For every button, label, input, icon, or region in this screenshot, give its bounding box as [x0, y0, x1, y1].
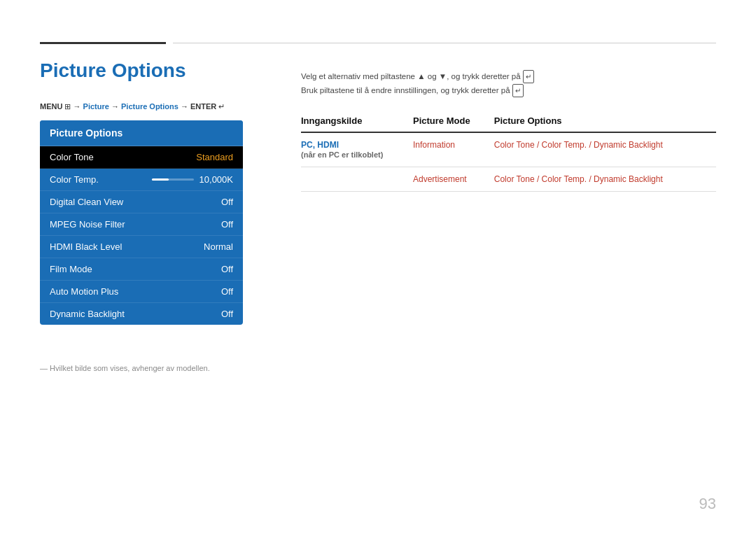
color-tone-item[interactable]: Color Tone Standard [40, 146, 243, 169]
table-cell-mode-1: Information [413, 132, 494, 167]
table-cell-source-2 [301, 167, 413, 192]
color-tone-label: Color Tone [50, 152, 94, 162]
options-box: Picture Options Color Tone Standard Colo… [40, 120, 243, 325]
table-header-row: Inngangskilde Picture Mode Picture Optio… [301, 111, 716, 132]
digital-clean-view-item[interactable]: Digital Clean View Off [40, 191, 243, 213]
table-row: PC, HDMI (når en PC er tilkoblet) Inform… [301, 132, 716, 167]
enter-icon: ↵ [218, 102, 225, 111]
enter-icon-1: ↵ [523, 70, 534, 83]
instruction-line1: Velg et alternativ med piltastene ▲ og ▼… [301, 70, 716, 84]
color-temp-right: 10,000K [152, 174, 233, 185]
source-sub-1: (når en PC er tilkoblet) [301, 150, 383, 159]
options-box-header: Picture Options [40, 120, 243, 146]
light-line [173, 43, 716, 43]
film-mode-item[interactable]: Film Mode Off [40, 258, 243, 281]
table-cell-mode-2: Advertisement [413, 167, 494, 192]
menu-breadcrumb: MENU ⊞ → Picture → Picture Options → ENT… [40, 101, 243, 112]
col-header-options: Picture Options [494, 111, 716, 132]
slider-fill [152, 178, 169, 181]
instruction-line2: Bruk piltastene til å endre innstillinge… [301, 84, 716, 98]
digital-clean-view-value: Off [221, 197, 233, 207]
left-panel: MENU ⊞ → Picture → Picture Options → ENT… [40, 101, 243, 325]
page-title: Picture Options [40, 59, 186, 82]
col-header-source: Inngangskilde [301, 111, 413, 132]
auto-motion-plus-value: Off [221, 286, 233, 297]
instructions: Velg et alternativ med piltastene ▲ og ▼… [301, 70, 716, 97]
dynamic-backlight-item[interactable]: Dynamic Backlight Off [40, 303, 243, 325]
menu-label: MENU [40, 102, 64, 111]
hdmi-black-level-item[interactable]: HDMI Black Level Normal [40, 236, 243, 258]
hdmi-black-level-value: Normal [204, 241, 233, 252]
breadcrumb-options: Picture Options [121, 102, 178, 111]
hdmi-black-level-label: HDMI Black Level [50, 241, 122, 252]
film-mode-value: Off [221, 264, 233, 274]
color-temp-label: Color Temp. [50, 174, 99, 185]
dynamic-backlight-value: Off [221, 309, 233, 319]
auto-motion-plus-label: Auto Motion Plus [50, 286, 118, 297]
table-cell-source-1: PC, HDMI (når en PC er tilkoblet) [301, 132, 413, 167]
table-row: Advertisement Color Tone / Color Temp. /… [301, 167, 716, 192]
page-number: 93 [699, 495, 716, 513]
breadcrumb-arrow3: → [181, 102, 190, 111]
breadcrumb-arrow1: → [74, 102, 83, 111]
table-cell-options-1: Color Tone / Color Temp. / Dynamic Backl… [494, 132, 716, 167]
dark-line [40, 42, 166, 44]
digital-clean-view-label: Digital Clean View [50, 197, 123, 207]
breadcrumb-picture: Picture [83, 102, 109, 111]
color-tone-value: Standard [196, 152, 233, 162]
footnote: — Hvilket bilde som vises, avhenger av m… [40, 364, 210, 372]
mpeg-noise-filter-label: MPEG Noise Filter [50, 219, 125, 230]
dynamic-backlight-label: Dynamic Backlight [50, 309, 125, 319]
enter-icon-2: ↵ [512, 84, 524, 97]
mpeg-noise-filter-item[interactable]: MPEG Noise Filter Off [40, 213, 243, 236]
mpeg-noise-filter-value: Off [221, 219, 233, 230]
col-header-mode: Picture Mode [413, 111, 494, 132]
auto-motion-plus-item[interactable]: Auto Motion Plus Off [40, 281, 243, 303]
right-panel: Velg et alternativ med piltastene ▲ og ▼… [301, 70, 716, 192]
info-table: Inngangskilde Picture Mode Picture Optio… [301, 111, 716, 192]
color-temp-slider[interactable] [152, 178, 194, 181]
source-name-1: PC, HDMI [301, 140, 339, 150]
color-temp-item[interactable]: Color Temp. 10,000K [40, 169, 243, 191]
color-temp-value: 10,000K [200, 174, 233, 185]
film-mode-label: Film Mode [50, 264, 92, 274]
breadcrumb-arrow2: → [111, 102, 121, 111]
top-decorative-lines [40, 42, 716, 44]
menu-icon: ⊞ [64, 102, 71, 111]
table-cell-options-2: Color Tone / Color Temp. / Dynamic Backl… [494, 167, 716, 192]
breadcrumb-enter: ENTER [190, 102, 216, 111]
